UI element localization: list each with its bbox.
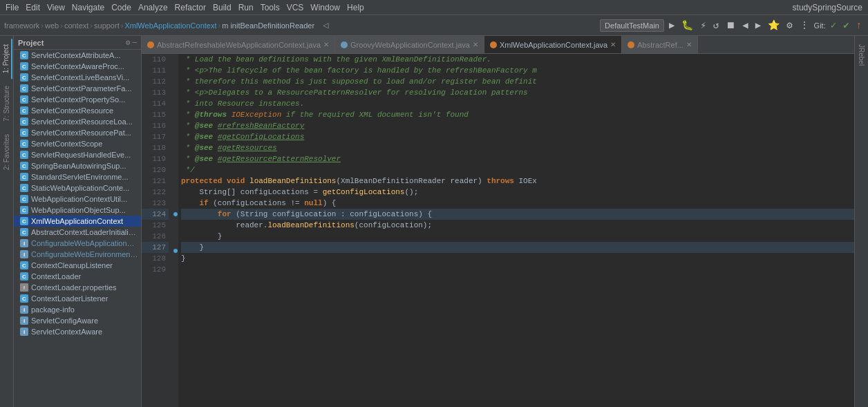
breadcrumb-support[interactable]: support (94, 21, 120, 30)
tree-item-servletcontextparam[interactable]: C ServletContextParameterFa... (14, 83, 141, 94)
rerun-button[interactable]: ↺ (711, 19, 721, 31)
class-icon: C (19, 73, 29, 82)
editor-area: AbstractRefreshableWebApplicationContext… (142, 36, 854, 407)
class-icon: C (19, 216, 29, 226)
panel-header: Project ⚙ — (14, 36, 141, 50)
panel-minimize[interactable]: — (132, 38, 137, 47)
git-label: Git: (814, 21, 826, 30)
breadcrumb-context[interactable]: context (64, 21, 88, 30)
class-icon: C (19, 106, 29, 115)
menu-analyze[interactable]: Analyze (135, 3, 171, 12)
tree-item-configurablewebapp[interactable]: I ConfigurableWebApplicationC... (14, 238, 141, 249)
git-check[interactable]: ✓ (829, 19, 838, 31)
menu-code[interactable]: Code (108, 3, 134, 12)
tab-groovy[interactable]: GroovyWebApplicationContext.java ✕ (335, 36, 484, 54)
code-line-113: * <p>Delegates to a ResourcePatternResol… (181, 87, 854, 98)
interface-icon: I (19, 238, 29, 248)
breadcrumb-web[interactable]: web (45, 21, 59, 30)
tree-label: XmlWebApplicationContext (31, 217, 123, 225)
tree-label: WebApplicationContextUtil... (31, 195, 127, 203)
menu-build[interactable]: Build (210, 3, 234, 12)
tab-abstract-ref-short[interactable]: AbstractRef... ✕ (622, 36, 698, 54)
run-button[interactable]: ▶ (667, 19, 677, 31)
breadcrumb-framework[interactable]: framework (4, 21, 39, 30)
sidebar-tab-project[interactable]: 1: Project (1, 39, 12, 79)
tree-item-webappobjectsup[interactable]: C WebApplicationObjectSup... (14, 205, 141, 216)
tree-item-servletcontextscope[interactable]: C ServletContextScope (14, 138, 141, 149)
tree-item-staticweb[interactable]: C StaticWebApplicationConte... (14, 182, 141, 193)
run-config[interactable]: DefaultTestMain (600, 19, 664, 32)
stop-button[interactable]: ⏹ (724, 20, 737, 31)
panel-gear[interactable]: ⚙ (126, 38, 131, 47)
tree-item-servletcontextresourceloader[interactable]: C ServletContextResourceLoa... (14, 116, 141, 127)
tree-item-contextloaderprops[interactable]: f ContextLoader.properties (14, 282, 141, 293)
menu-edit[interactable]: Edit (23, 3, 43, 12)
class-icon: C (19, 261, 29, 270)
tree-item-standardservlet[interactable]: C StandardServletEnvironme... (14, 171, 141, 182)
tree-item-servletcontextprop[interactable]: C ServletContextPropertySo... (14, 94, 141, 105)
class-icon: C (19, 183, 29, 193)
bookmark[interactable]: ⭐ (766, 19, 782, 31)
git-accept[interactable]: ✔ (841, 19, 851, 31)
app-title: studySpringSource (790, 3, 865, 12)
tree-item-abstractcontextloader[interactable]: C AbstractContextLoaderInitializ... (14, 227, 141, 238)
sidebar-tab-structure[interactable]: 7: Structure (1, 80, 12, 127)
close-tab-btn[interactable]: ✕ (686, 41, 692, 48)
tree-item-servletcontextaware[interactable]: C ServletContextAwareProc... (14, 61, 141, 72)
settings[interactable]: ⚙ (784, 19, 794, 31)
sidebar-tab-favorites[interactable]: 2: Favorites (1, 129, 12, 176)
tree-item-contextloader[interactable]: C ContextLoader (14, 271, 141, 282)
coverage-button[interactable]: ⚡ (698, 19, 708, 31)
tree-item-servletconfigaware[interactable]: I ServletConfigAware (14, 315, 141, 326)
tree-item-springbean[interactable]: C SpringBeanAutowiringSup... (14, 160, 141, 171)
code-line-129 (181, 264, 854, 275)
git-update[interactable]: ↑ (854, 20, 864, 31)
code-content[interactable]: * Load the bean definitions with the giv… (178, 54, 854, 407)
menu-refactor[interactable]: Refactor (172, 3, 209, 12)
more-options[interactable]: ⋮ (798, 19, 811, 31)
debug-button[interactable]: 🐛 (679, 19, 695, 31)
menu-vcs[interactable]: VCS (284, 3, 307, 12)
menu-window[interactable]: Window (308, 3, 343, 12)
nav-prev[interactable]: ◀ (740, 19, 750, 31)
class-icon: C (19, 61, 29, 71)
breadcrumb-method[interactable]: m initBeanDefinitionReader (222, 21, 314, 30)
tree-item-packageinfo[interactable]: I package-info (14, 304, 141, 315)
tree-item-configurablewebenv[interactable]: I ConfigurableWebEnvironment... (14, 249, 141, 260)
tab-xml-icon (490, 41, 497, 48)
close-tab-btn[interactable]: ✕ (610, 41, 616, 48)
menu-view[interactable]: View (44, 3, 68, 12)
tree-label: ServletContextScope (31, 140, 102, 148)
menu-navigate[interactable]: Navigate (69, 3, 107, 12)
line-num-116: 116 (142, 120, 169, 131)
tree-item-contextloaderlistener[interactable]: C ContextLoaderListener (14, 293, 141, 304)
project-tree: C ServletContextAttributeA... C ServletC… (14, 50, 141, 407)
tree-item-servletrequesthandled[interactable]: C ServletRequestHandledEve... (14, 149, 141, 160)
tree-item-xmlwebapp[interactable]: C XmlWebApplicationContext (14, 216, 141, 227)
tab-abstract-refresh[interactable]: AbstractRefreshableWebApplicationContext… (142, 36, 335, 54)
breadcrumb-class[interactable]: XmlWebApplicationContext (124, 21, 216, 30)
menu-file[interactable]: File (3, 3, 21, 12)
back-button[interactable]: ◁ (323, 19, 328, 31)
tab-label: AbstractRefreshableWebApplicationContext… (157, 41, 321, 49)
right-sidebar: JRebel (854, 36, 868, 407)
tree-item-servletcontextawareif[interactable]: I ServletContextAware (14, 326, 141, 337)
tree-item-contextcleanup[interactable]: C ContextCleanupListener (14, 260, 141, 271)
close-tab-btn[interactable]: ✕ (473, 41, 478, 48)
tab-xml-web[interactable]: XmlWebApplicationContext.java ✕ (484, 36, 622, 54)
menu-tools[interactable]: Tools (258, 3, 283, 12)
right-tab-jrebel[interactable]: JRebel (856, 39, 867, 71)
tree-item-servletcontextresourcepat[interactable]: C ServletContextResourcePat... (14, 127, 141, 138)
close-tab-btn[interactable]: ✕ (323, 41, 329, 48)
tree-item-servletcontextresource[interactable]: C ServletContextResource (14, 105, 141, 116)
menu-help[interactable]: Help (344, 3, 367, 12)
code-line-128: } (181, 253, 854, 264)
menu-run[interactable]: Run (236, 3, 256, 12)
gutter-dot-124 (173, 212, 178, 216)
nav-next[interactable]: ▶ (753, 19, 763, 31)
code-line-119: * @see #getResourcePatternResolver (181, 153, 854, 164)
tree-item-servletcontextlive[interactable]: C ServletContextLiveBeansVi... (14, 72, 141, 83)
tree-item-webappcontextutil[interactable]: C WebApplicationContextUtil... (14, 193, 141, 205)
panel-title: Project (18, 39, 44, 47)
tree-item-servletcontextattribute[interactable]: C ServletContextAttributeA... (14, 50, 141, 61)
